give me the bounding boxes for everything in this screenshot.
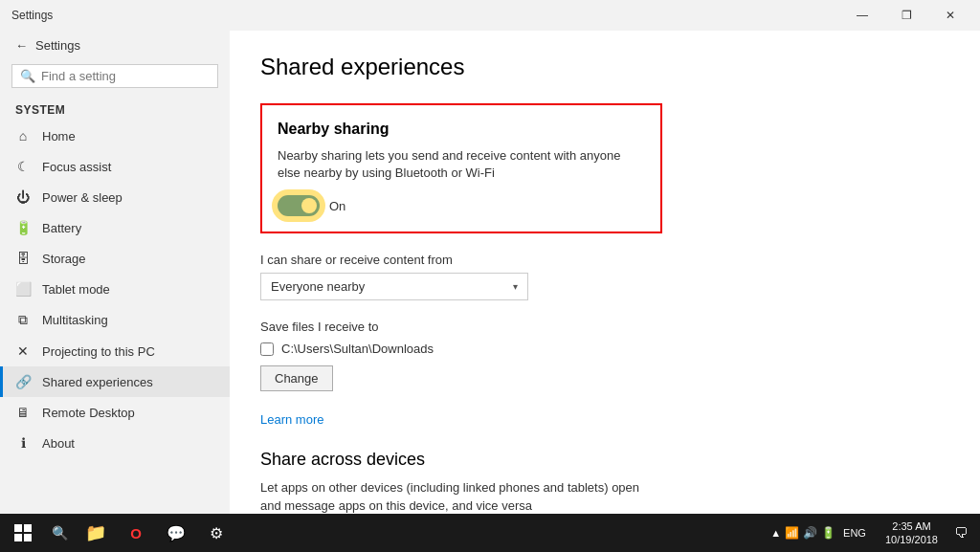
search-icon-taskbar: 🔍 bbox=[52, 525, 68, 541]
save-path-value: C:\Users\Sultan\Downloads bbox=[281, 342, 434, 356]
titlebar: Settings — ❐ ✕ bbox=[0, 0, 980, 31]
sidebar-item-shared-experiences[interactable]: 🔗 Shared experiences bbox=[0, 366, 230, 397]
tray-volume-icon: 🔊 bbox=[803, 526, 817, 540]
sidebar-item-storage[interactable]: 🗄 Storage bbox=[0, 243, 230, 274]
search-icon: 🔍 bbox=[20, 69, 35, 83]
focus-assist-icon: ☾ bbox=[15, 159, 31, 174]
system-tray: ▲ 📶 🔊 🔋 ENG bbox=[763, 526, 878, 540]
titlebar-controls: — ❐ ✕ bbox=[840, 0, 972, 31]
content-area: Shared experiences Nearby sharing Nearby… bbox=[230, 31, 980, 514]
about-icon: ℹ bbox=[15, 435, 31, 451]
start-button[interactable] bbox=[4, 514, 42, 552]
share-across-heading: Share across devices bbox=[260, 450, 949, 470]
nearby-sharing-description: Nearby sharing lets you send and receive… bbox=[278, 147, 645, 182]
page-title: Shared experiences bbox=[260, 54, 949, 80]
sidebar-item-shared-exp-label: Shared experiences bbox=[42, 375, 153, 389]
sidebar-item-about[interactable]: ℹ About bbox=[0, 428, 230, 458]
save-path-row: C:\Users\Sultan\Downloads bbox=[260, 342, 949, 356]
sidebar-item-tablet-mode-label: Tablet mode bbox=[42, 282, 110, 297]
learn-more-link[interactable]: Learn more bbox=[260, 412, 323, 427]
save-files-label: Save files I receive to bbox=[260, 320, 949, 334]
taskbar-clock[interactable]: 2:35 AM 10/19/2018 bbox=[880, 519, 944, 547]
sidebar-back-button[interactable]: ← Settings bbox=[0, 31, 230, 60]
taskbar-messaging[interactable]: 💬 bbox=[157, 514, 195, 552]
clock-date: 10/19/2018 bbox=[885, 533, 938, 546]
remote-desktop-icon: 🖥 bbox=[15, 405, 31, 420]
sidebar-item-projecting[interactable]: ✕ Projecting to this PC bbox=[0, 336, 230, 366]
taskbar-file-explorer[interactable]: 📁 bbox=[77, 514, 115, 552]
sidebar-item-power-sleep[interactable]: ⏻ Power & sleep bbox=[0, 182, 230, 212]
battery-icon: 🔋 bbox=[15, 220, 31, 235]
shared-experiences-icon: 🔗 bbox=[15, 374, 31, 389]
notification-button[interactable]: 🗨 bbox=[946, 514, 976, 552]
nearby-sharing-toggle-label: On bbox=[329, 199, 345, 213]
share-from-dropdown[interactable]: Everyone nearby ▾ bbox=[260, 273, 528, 300]
sidebar-item-multitasking[interactable]: ⧉ Multitasking bbox=[0, 304, 230, 336]
sidebar-search-container: 🔍 bbox=[11, 64, 218, 88]
chevron-down-icon: ▾ bbox=[513, 281, 518, 292]
change-button[interactable]: Change bbox=[260, 365, 333, 391]
app-body: ← Settings 🔍 System ⌂ Home ☾ Focus assis… bbox=[0, 31, 980, 514]
sidebar-item-multitasking-label: Multitasking bbox=[42, 313, 108, 327]
clock-time: 2:35 AM bbox=[892, 519, 930, 533]
tray-language: ENG bbox=[843, 527, 866, 539]
notification-icon: 🗨 bbox=[954, 525, 968, 541]
home-icon: ⌂ bbox=[15, 128, 31, 144]
file-explorer-icon: 📁 bbox=[85, 522, 106, 543]
sidebar-back-label: Settings bbox=[35, 38, 80, 53]
taskbar-settings[interactable]: ⚙ bbox=[197, 514, 235, 552]
sidebar-item-home[interactable]: ⌂ Home bbox=[0, 121, 230, 151]
share-across-description: Let apps on other devices (including lin… bbox=[260, 479, 662, 514]
search-input[interactable] bbox=[41, 69, 210, 83]
opera-icon: O bbox=[130, 525, 142, 541]
sidebar-item-focus-assist[interactable]: ☾ Focus assist bbox=[0, 151, 230, 182]
share-from-label: I can share or receive content from bbox=[260, 253, 949, 267]
save-path-checkbox[interactable] bbox=[260, 342, 274, 356]
sidebar-item-home-label: Home bbox=[42, 129, 76, 144]
sidebar-item-remote-desktop-label: Remote Desktop bbox=[42, 406, 135, 420]
nearby-sharing-toggle-highlight bbox=[278, 195, 320, 216]
multitasking-icon: ⧉ bbox=[15, 312, 31, 328]
taskbar-opera[interactable]: O bbox=[117, 514, 155, 552]
messaging-icon: 💬 bbox=[167, 524, 186, 542]
taskbar-search-button[interactable]: 🔍 bbox=[44, 514, 75, 552]
share-from-value: Everyone nearby bbox=[271, 279, 365, 294]
tablet-mode-icon: ⬜ bbox=[15, 281, 31, 297]
sidebar-item-battery-label: Battery bbox=[42, 221, 81, 235]
minimize-button[interactable]: — bbox=[840, 0, 884, 31]
sidebar-item-storage-label: Storage bbox=[42, 252, 86, 266]
share-across-section: Share across devices Let apps on other d… bbox=[260, 450, 949, 514]
back-icon: ← bbox=[15, 38, 28, 53]
nearby-sharing-heading: Nearby sharing bbox=[278, 121, 645, 138]
tray-network-icon: 📶 bbox=[785, 526, 799, 540]
power-sleep-icon: ⏻ bbox=[15, 189, 31, 205]
sidebar: ← Settings 🔍 System ⌂ Home ☾ Focus assis… bbox=[0, 31, 230, 514]
save-files-section: Save files I receive to C:\Users\Sultan\… bbox=[260, 320, 949, 391]
restore-button[interactable]: ❐ bbox=[884, 0, 928, 31]
sidebar-item-tablet-mode[interactable]: ⬜ Tablet mode bbox=[0, 274, 230, 304]
sidebar-item-power-sleep-label: Power & sleep bbox=[42, 190, 122, 205]
sidebar-item-battery[interactable]: 🔋 Battery bbox=[0, 212, 230, 243]
tray-chevron-icon[interactable]: ▲ bbox=[770, 527, 781, 539]
storage-icon: 🗄 bbox=[15, 251, 31, 266]
projecting-icon: ✕ bbox=[15, 343, 31, 359]
sidebar-section-label: System bbox=[0, 96, 230, 121]
sidebar-item-about-label: About bbox=[42, 436, 75, 451]
nearby-sharing-section: Nearby sharing Nearby sharing lets you s… bbox=[260, 103, 662, 233]
titlebar-title: Settings bbox=[11, 9, 53, 22]
sidebar-item-projecting-label: Projecting to this PC bbox=[42, 344, 155, 359]
nearby-sharing-toggle-row: On bbox=[278, 195, 645, 216]
taskbar: 🔍 📁 O 💬 ⚙ ▲ 📶 🔊 🔋 ENG 2:35 AM 10/19/2018… bbox=[0, 514, 980, 552]
sidebar-item-remote-desktop[interactable]: 🖥 Remote Desktop bbox=[0, 397, 230, 428]
sidebar-item-focus-assist-label: Focus assist bbox=[42, 160, 111, 174]
nearby-sharing-toggle[interactable] bbox=[278, 195, 320, 216]
settings-icon: ⚙ bbox=[210, 524, 223, 542]
windows-logo-icon bbox=[14, 524, 32, 541]
tray-battery-icon: 🔋 bbox=[821, 526, 835, 540]
close-button[interactable]: ✕ bbox=[928, 0, 972, 31]
